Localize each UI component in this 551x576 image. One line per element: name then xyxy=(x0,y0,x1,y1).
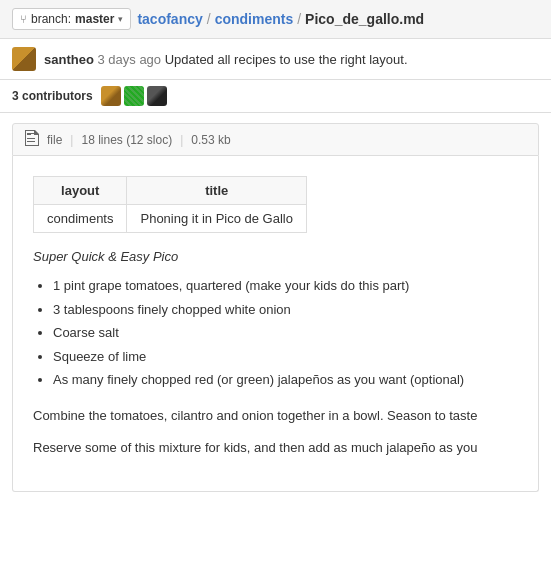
list-item-4: Squeeze of lime xyxy=(53,347,518,367)
frontmatter-table: layout title condiments Phoning it in Pi… xyxy=(33,176,307,233)
paragraph-2: Reserve some of this mixture for kids, a… xyxy=(33,438,518,459)
contributor-avatar-3[interactable] xyxy=(147,86,167,106)
divider-2: | xyxy=(180,133,183,147)
contributor-avatar-2[interactable] xyxy=(124,86,144,106)
branch-name: master xyxy=(75,12,114,26)
list-item-2: 3 tablespoons finely chopped white onion xyxy=(53,300,518,320)
file-size: 0.53 kb xyxy=(191,133,230,147)
file-type: file xyxy=(47,133,62,147)
breadcrumb-file: Pico_de_gallo.md xyxy=(305,11,424,27)
branch-icon: ⑂ xyxy=(20,13,27,25)
commit-message-text: Updated all recipes to use the right lay… xyxy=(165,52,408,67)
breadcrumb-sep-1: / xyxy=(207,11,211,27)
breadcrumb-folder[interactable]: condiments xyxy=(215,11,294,27)
file-icon xyxy=(25,130,39,149)
avatar xyxy=(12,47,36,71)
ingredient-list: 1 pint grape tomatoes, quartered (make y… xyxy=(53,276,518,390)
list-item-1: 1 pint grape tomatoes, quartered (make y… xyxy=(53,276,518,296)
breadcrumb: tacofancy / condiments / Pico_de_gallo.m… xyxy=(137,11,424,27)
recipe-subtitle: Super Quick & Easy Pico xyxy=(33,249,518,264)
table-cell-title: Phoning it in Pico de Gallo xyxy=(127,205,306,233)
table-row: condiments Phoning it in Pico de Gallo xyxy=(34,205,307,233)
contributor-avatar-1[interactable] xyxy=(101,86,121,106)
commit-info: santheo 3 days ago Updated all recipes t… xyxy=(44,52,408,67)
paragraph-1: Combine the tomatoes, cilantro and onion… xyxy=(33,406,518,427)
list-item-3: Coarse salt xyxy=(53,323,518,343)
commit-author[interactable]: santheo xyxy=(44,52,94,67)
top-bar: ⑂ branch: master ▾ tacofancy / condiment… xyxy=(0,0,551,39)
contributors-bar: 3 contributors xyxy=(0,80,551,113)
divider-1: | xyxy=(70,133,73,147)
file-lines: 18 lines (12 sloc) xyxy=(81,133,172,147)
commit-time-ago: 3 days ago xyxy=(97,52,161,67)
branch-label: branch: xyxy=(31,12,71,26)
commit-bar: santheo 3 days ago Updated all recipes t… xyxy=(0,39,551,80)
contributor-avatars xyxy=(101,86,167,106)
breadcrumb-repo[interactable]: tacofancy xyxy=(137,11,202,27)
table-header-layout: layout xyxy=(34,177,127,205)
file-info-bar: file | 18 lines (12 sloc) | 0.53 kb xyxy=(12,123,539,156)
breadcrumb-sep-2: / xyxy=(297,11,301,27)
content-area: layout title condiments Phoning it in Pi… xyxy=(12,156,539,492)
list-item-5: As many finely chopped red (or green) ja… xyxy=(53,370,518,390)
branch-selector[interactable]: ⑂ branch: master ▾ xyxy=(12,8,131,30)
table-header-title: title xyxy=(127,177,306,205)
contributors-count: 3 contributors xyxy=(12,89,93,103)
table-cell-layout: condiments xyxy=(34,205,127,233)
chevron-down-icon: ▾ xyxy=(118,14,123,24)
